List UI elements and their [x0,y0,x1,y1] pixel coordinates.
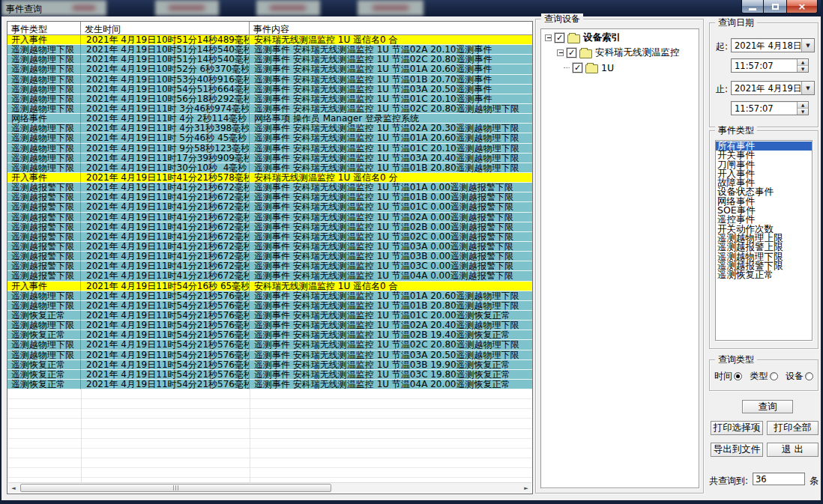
checkbox-checked-icon[interactable]: ✓ [555,33,564,43]
minimize-button[interactable] [741,0,764,13]
spinner-down-icon[interactable]: ▼ [798,66,808,72]
query-button[interactable]: 查询 [742,400,793,413]
table-row[interactable]: 遥测越报警下限2021年 4月19日11时41分21秒672毫秒遥测事件 安科瑞… [7,232,532,242]
event-type-cell: 遥测越物理下限 [7,321,81,330]
table-row[interactable]: 开入事件2021年 4月19日11时54分16秒 65毫秒安科瑞无线测温监控 1… [7,282,532,291]
table-empty-area [7,389,532,482]
event-type-panel-title: 事件类型 [715,125,757,136]
export-button[interactable]: 导出到文件 [711,443,763,457]
time-spinner[interactable]: ▲▼ [797,59,808,72]
checkbox-checked-icon[interactable]: ✓ [573,63,582,73]
print-selected-button[interactable]: 打印选择项 [711,421,763,435]
event-type-cell: 遥测恢复正常 [7,330,81,340]
chevron-down-icon[interactable]: ▼ [801,82,814,94]
table-row[interactable]: 遥测越报警下限2021年 4月19日11时41分21秒672毫秒遥测事件 安科瑞… [7,252,532,261]
table-row[interactable]: 遥测越物理下限2021年 4月19日11时54分21秒576毫秒遥测事件 安科瑞… [7,301,532,311]
result-count-label: 共查询到: [709,475,748,488]
event-content-cell: 遥测事件 安科瑞无线测温监控 1U 节温03C 0.00遥测越报警下限 [250,261,532,271]
radio-unselected-icon[interactable] [770,372,778,380]
start-time-input[interactable]: 11:57:07 ▲▼ [731,58,809,73]
event-content-cell: 遥测事件 安科瑞无线测温监控 1U 节温01A 20.60遥测越物理下限 [250,133,532,143]
table-row[interactable]: 遥测越物理下限2021年 4月19日10时52分 6秒370毫秒遥测事件 安科瑞… [7,64,532,74]
tree-collapse-icon[interactable] [545,34,552,41]
table-row[interactable]: 遥测越物理下限2021年 4月19日11时54分21秒576毫秒遥测事件 安科瑞… [7,291,532,301]
table-row[interactable]: 遥测恢复正常2021年 4月19日11时54分21秒576毫秒遥测事件 安科瑞无… [7,360,532,370]
result-count-field[interactable]: 36 [753,473,805,485]
end-date-select[interactable]: 2021年 4月19日 ▼ [731,81,815,95]
table-row[interactable]: 遥测越报警下限2021年 4月19日11时41分21秒672毫秒遥测事件 安科瑞… [7,213,532,222]
event-content-cell: 遥测事件 安科瑞无线测温监控 1U 节温01C 20.10遥测事件 [250,94,532,104]
table-row[interactable]: 遥测越物理下限2021年 4月19日10时51分14秒540毫秒遥测事件 安科瑞… [7,45,532,55]
table-row[interactable]: 遥测越物理下限2021年 4月19日11时30分10秒 4毫秒遥测事件 安科瑞无… [7,163,532,173]
event-time-cell: 2021年 4月19日11时41分21秒672毫秒 [81,192,250,202]
tree-item-unit[interactable]: ✓ 1U [564,61,699,74]
table-row[interactable]: 遥测越报警下限2021年 4月19日11时41分21秒672毫秒遥测事件 安科瑞… [7,202,532,212]
tree-collapse-icon[interactable] [557,49,564,56]
event-type-cell: 遥测恢复正常 [7,380,81,389]
end-time-input[interactable]: 11:57:07 ▲▼ [731,101,809,115]
blurred-tab-text [270,5,306,10]
table-row[interactable]: 遥测越报警下限2021年 4月19日11时41分21秒672毫秒遥测事件 安科瑞… [7,183,532,192]
table-row[interactable]: 遥测恢复正常2021年 4月19日11时54分21秒576毫秒遥测事件 安科瑞无… [7,330,532,340]
event-type-option[interactable]: 遥测恢复正常 [716,270,812,279]
table-row[interactable]: 遥测越报警下限2021年 4月19日11时41分21秒672毫秒遥测事件 安科瑞… [7,261,532,271]
event-type-list[interactable]: 所有事件开关事件刀闸事件开入事件故障事件设备状态事件网络事件SOE事件遥控事件开… [715,140,813,341]
event-type-cell: 遥测越物理下限 [7,144,81,154]
horizontal-scrollbar[interactable]: ◄ ► [8,482,531,493]
scroll-left-icon[interactable]: ◄ [8,483,19,493]
table-row[interactable]: 遥测越物理下限2021年 4月19日11时 9分58秒123毫秒遥测事件 安科瑞… [7,144,532,154]
table-row[interactable]: 遥测越物理下限2021年 4月19日10时54分51秒664毫秒遥测事件 安科瑞… [7,85,532,94]
table-row[interactable]: 遥测越物理下限2021年 4月19日10时51分14秒540毫秒遥测事件 安科瑞… [7,55,532,64]
table-row[interactable]: 遥测恢复正常2021年 4月19日11时54分21秒576毫秒遥测事件 安科瑞无… [7,370,532,380]
table-row[interactable]: 遥测越报警下限2021年 4月19日11时41分21秒672毫秒遥测事件 安科瑞… [7,242,532,252]
tree-item-device[interactable]: ✓ 安科瑞无线测温监控 [557,46,699,59]
event-type-cell: 遥测越报警下限 [7,222,81,232]
radio-option[interactable]: 设备 [786,370,813,383]
table-row[interactable]: 开入事件2021年 4月19日10时51分14秒489毫秒安科瑞无线测温监控 1… [7,35,532,45]
table-row[interactable]: 遥测越物理下限2021年 4月19日11时54分21秒576毫秒遥测事件 安科瑞… [7,340,532,350]
event-type-cell: 遥测恢复正常 [7,360,81,370]
tree-item-root[interactable]: ✓ 设备索引 [545,31,699,44]
event-time-cell: 2021年 4月19日11时41分21秒672毫秒 [81,271,250,281]
header-event-content[interactable]: 事件内容 [250,22,532,35]
table-row[interactable]: 遥测越报警下限2021年 4月19日11时41分21秒672毫秒遥测事件 安科瑞… [7,222,532,232]
event-content-cell: 遥测事件 安科瑞无线测温监控 1U 节温03B 0.00遥测越报警下限 [250,252,532,261]
close-button[interactable]: × [786,0,818,13]
radio-option[interactable]: 时间 [714,370,742,383]
header-event-time[interactable]: 发生时间 [81,22,250,35]
table-row[interactable]: 遥测越物理下限2021年 4月19日10时53分40秒916毫秒遥测事件 安科瑞… [7,75,532,85]
scrollbar-thumb[interactable] [20,484,331,492]
table-row[interactable]: 遥测越物理下限2021年 4月19日11时17分39秒909毫秒遥测事件 安科瑞… [7,154,532,163]
print-all-button[interactable]: 打印全部 [767,421,819,435]
radio-option[interactable]: 类型 [750,370,778,383]
start-date-select[interactable]: 2021年 4月18日 ▼ [731,38,815,52]
table-row[interactable]: 遥测越物理下限2021年 4月19日11时 5分46秒 45毫秒遥测事件 安科瑞… [7,133,532,143]
query-type-panel-title: 查询类型 [715,354,757,365]
table-row[interactable]: 网络事件2021年 4月19日11时 4分 2秒114毫秒网络事项 操作员 Ma… [7,114,532,124]
time-spinner[interactable]: ▲▼ [797,102,808,115]
table-row[interactable]: 遥测越报警下限2021年 4月19日11时41分21秒672毫秒遥测事件 安科瑞… [7,192,532,202]
table-row[interactable]: 遥测越报警下限2021年 4月19日11时41分21秒672毫秒遥测事件 安科瑞… [7,271,532,281]
table-row[interactable]: 开入事件2021年 4月19日11时41分21秒578毫秒安科瑞无线测温监控 1… [7,173,532,183]
event-time-cell: 2021年 4月19日10时51分14秒540毫秒 [81,55,250,64]
maximize-button[interactable] [764,0,786,13]
table-row[interactable]: 遥测越物理下限2021年 4月19日11时 4分31秒398毫秒遥测事件 安科瑞… [7,124,532,133]
table-row[interactable]: 遥测越物理下限2021年 4月19日10时56分18秒292毫秒遥测事件 安科瑞… [7,94,532,104]
table-row[interactable]: 遥测越物理下限2021年 4月19日11时 3分46秒974毫秒遥测事件 安科瑞… [7,104,532,114]
checkbox-checked-icon[interactable]: ✓ [567,48,576,58]
table-row[interactable]: 遥测恢复正常2021年 4月19日11时54分21秒576毫秒遥测事件 安科瑞无… [7,380,532,389]
table-row[interactable]: 遥测越物理下限2021年 4月19日11时54分21秒576毫秒遥测事件 安科瑞… [7,321,532,330]
maximize-icon [772,4,779,10]
table-row[interactable]: 遥测越物理下限2021年 4月19日11时54分21秒576毫秒遥测事件 安科瑞… [7,350,532,360]
exit-button[interactable]: 退 出 [767,443,819,457]
spinner-down-icon[interactable]: ▼ [798,109,808,115]
scroll-right-icon[interactable]: ► [521,483,531,493]
radio-unselected-icon[interactable] [805,372,813,380]
spinner-up-icon[interactable]: ▲ [798,59,808,66]
radio-selected-icon[interactable] [734,372,742,380]
chevron-down-icon[interactable]: ▼ [801,39,814,52]
spinner-up-icon[interactable]: ▲ [798,102,808,109]
header-event-type[interactable]: 事件类型 [7,22,81,35]
event-content-cell: 遥测事件 安科瑞无线测温监控 1U 节温01A 0.00遥测越报警下限 [250,183,532,192]
table-row[interactable]: 遥测恢复正常2021年 4月19日11时54分21秒576毫秒遥测事件 安科瑞无… [7,311,532,321]
